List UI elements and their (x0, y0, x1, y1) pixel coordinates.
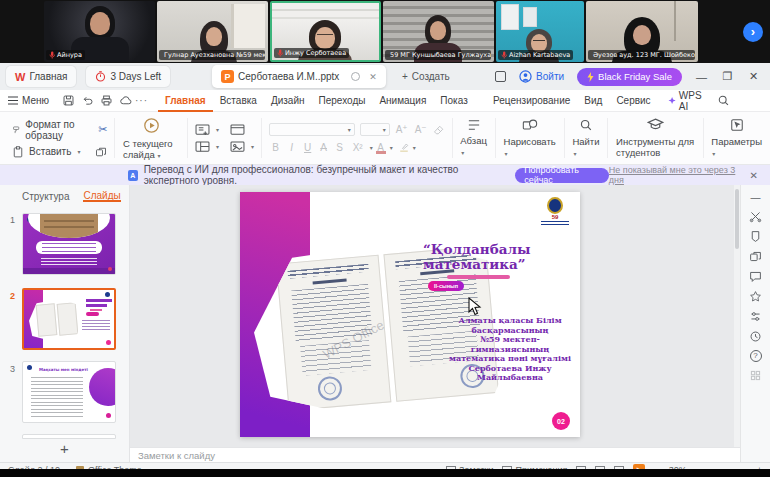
tab-trial-countdown[interactable]: 3 Days Left (86, 66, 170, 87)
participant-name: Айнура (57, 51, 82, 59)
thumb-page-dot (106, 413, 111, 418)
star-icon[interactable] (749, 290, 762, 303)
slide-thumbnail-1[interactable] (22, 213, 116, 275)
main-menu-button[interactable]: Меню (8, 95, 49, 106)
tools-icon[interactable] (749, 210, 762, 223)
tab-slides[interactable]: Слайды (83, 190, 120, 202)
tab-document-active[interactable]: P Серботаева И.М..pptx ✕ (212, 65, 386, 88)
next-participants-button[interactable]: › (743, 22, 763, 42)
find-button[interactable]: Найти ▾ (572, 136, 599, 158)
slide-image-icon[interactable] (230, 141, 245, 153)
thumb-underline (90, 309, 102, 311)
slide-thumbnail-3[interactable]: Мақсаты мен міндеті (22, 361, 116, 423)
copy-shapes-icon[interactable] (749, 250, 762, 263)
increase-font-icon[interactable]: A⁺ (395, 124, 409, 135)
close-banner-icon[interactable]: ✕ (750, 170, 758, 181)
new-slide-icon[interactable] (195, 124, 210, 136)
restore-window-icon[interactable]: ❐ (721, 70, 734, 83)
new-document-button[interactable]: + Создать (402, 71, 450, 82)
tab-outline[interactable]: Структура (22, 191, 69, 202)
add-slide-button[interactable]: + (0, 440, 129, 457)
play-from-current-button[interactable]: С текущего слайда ▾ (123, 138, 179, 160)
tab-wps-home[interactable]: W Главная (6, 66, 76, 87)
menu-tab-insert[interactable]: Вставка (213, 90, 264, 112)
italic-button[interactable]: I (285, 142, 299, 153)
pointer-options-icon (730, 118, 744, 132)
scrollbar-thumb[interactable] (735, 189, 739, 249)
text-lines (288, 264, 369, 279)
underline-button[interactable]: U (301, 142, 315, 153)
history-clock-icon[interactable] (749, 330, 762, 343)
participant-video[interactable]: Aizhan Kartabaeva (496, 1, 584, 62)
participant-video[interactable]: 59 МГ Куншыбаева Гулжаухар (383, 1, 494, 62)
settings-sliders-icon[interactable] (749, 310, 762, 323)
apps-grid-icon[interactable] (749, 369, 762, 382)
font-family-select[interactable]: ▾ (269, 123, 355, 136)
thumb-certificate (29, 299, 83, 341)
menu-tab-animation[interactable]: Анимация (372, 90, 433, 112)
menu-tab-home[interactable]: Главная (158, 90, 213, 112)
menu-tab-tools[interactable]: Сервис (609, 90, 657, 112)
slide-layout-icon[interactable] (195, 141, 210, 153)
current-slide[interactable]: WPS Office 59 “Қолданбалы математика” ІІ… (240, 192, 580, 437)
wps-logo-icon: W (15, 71, 25, 83)
more-actions-icon[interactable]: ··· (135, 95, 148, 106)
format-painter-button[interactable]: Формат по образцу (25, 119, 87, 141)
clear-format-icon[interactable] (433, 124, 445, 136)
draw-button[interactable]: Нарисовать ▾ (504, 136, 556, 158)
menu-tab-transitions[interactable]: Переходы (312, 90, 373, 112)
search-icon[interactable] (717, 94, 730, 107)
close-window-icon[interactable]: ✕ (747, 70, 760, 83)
options-group: Параметры ▾ (703, 112, 770, 164)
shadow-button[interactable]: S (333, 142, 347, 153)
menu-tab-slideshow[interactable]: Показ слайдов (433, 90, 486, 112)
grade-badge[interactable]: ІІ-сынып (428, 281, 464, 291)
login-button[interactable]: Войти (519, 70, 564, 83)
slide-title[interactable]: “Қолданбалы математика” (423, 242, 573, 271)
cut-icon[interactable]: ✂ (98, 123, 107, 136)
close-tab-icon[interactable]: ✕ (369, 72, 377, 82)
copy-icon[interactable] (95, 146, 107, 158)
menu-tab-review[interactable]: Рецензирование (486, 90, 577, 112)
slide-body-text[interactable]: Алматы қаласы Білім басқармасының №59 ме… (444, 316, 576, 383)
participant-video-active-speaker[interactable]: Инжу Серботаева (270, 1, 381, 62)
superscript-button[interactable]: X² (349, 142, 367, 153)
participant-video[interactable]: Айнура (44, 1, 155, 62)
menu-tab-design[interactable]: Дизайн (264, 90, 312, 112)
undo-icon[interactable] (81, 94, 94, 107)
highlight-pen-icon[interactable] (398, 141, 410, 153)
cloud-sync-icon[interactable] (119, 94, 132, 107)
slide-frame-icon[interactable] (230, 124, 245, 136)
paragraph-button[interactable]: Абзац ▾ (460, 135, 487, 157)
help-icon[interactable]: ? (750, 350, 762, 362)
presentation-file-icon: P (221, 70, 234, 83)
try-now-button[interactable]: Попробовать сейчас (515, 168, 609, 183)
wps-ai-button[interactable]: WPS AI (668, 90, 705, 112)
slide-thumbnail-2-selected[interactable] (22, 288, 116, 350)
video-conference-strip: Айнура Гулнар Ауезхановна №59 мект... Ин… (0, 0, 770, 63)
collapse-rail-icon[interactable]: — (751, 192, 761, 203)
minimize-window-icon[interactable]: — (695, 71, 708, 83)
dismiss-link[interactable]: Не показывай мне это через 3 дня (609, 165, 736, 185)
layout-icon[interactable] (495, 71, 506, 82)
print-icon[interactable] (100, 94, 113, 107)
comment-icon[interactable] (749, 270, 762, 283)
bold-button[interactable]: B (269, 142, 283, 153)
membership-badge-icon[interactable] (749, 230, 762, 243)
menu-tab-view[interactable]: Вид (577, 90, 609, 112)
black-friday-sale-button[interactable]: Black Friday Sale (577, 68, 682, 86)
participant-video[interactable]: Гулнар Ауезхановна №59 мект... (157, 1, 268, 62)
chevron-down-icon: ▾ (712, 151, 715, 157)
notes-bar[interactable]: Заметки к слайду (130, 447, 740, 462)
slide-canvas: WPS Office 59 “Қолданбалы математика” ІІ… (130, 185, 740, 447)
paste-button[interactable]: Вставить (29, 146, 71, 157)
save-icon[interactable] (62, 94, 75, 107)
slide-thumbnail-4-partial[interactable] (22, 434, 116, 439)
student-tools-button[interactable]: Инструменты для студентов (616, 136, 695, 158)
decrease-font-icon[interactable]: A⁻ (414, 124, 428, 135)
font-size-select[interactable]: ▾ (360, 123, 390, 136)
options-button[interactable]: Параметры ▾ (711, 136, 762, 158)
strikethrough-button[interactable]: A (317, 142, 331, 153)
participant-video[interactable]: Әуезов ауд. 123 МГ. Шойбеко... (586, 1, 698, 62)
font-color-button[interactable]: A (375, 142, 387, 153)
